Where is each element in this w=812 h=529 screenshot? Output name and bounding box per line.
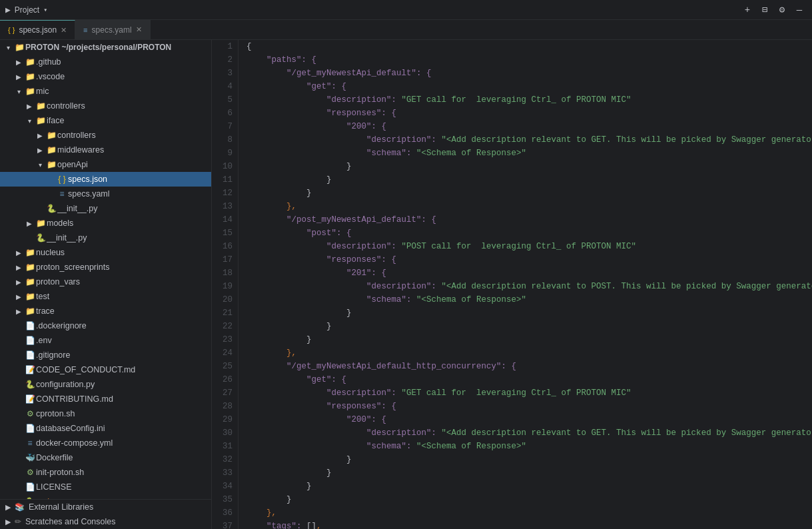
tree-item-init-py1[interactable]: 🐍 __init__.py <box>0 201 211 216</box>
tree-item-mic[interactable]: ▾ 📁 mic <box>0 84 211 99</box>
coc-label: CODE_OF_CONDUCT.md <box>36 365 206 374</box>
line-number: 5 <box>217 93 232 107</box>
tree-item-openapi[interactable]: ▾ 📁 openApi <box>0 157 211 172</box>
tab-specs-json[interactable]: { } specs.json ✕ <box>0 20 75 39</box>
code-line: "description": "GET call for leveraging … <box>246 93 812 107</box>
tree-item-dockerfile[interactable]: 🐳 Dockerfile <box>0 450 211 465</box>
code-line: "paths": { <box>246 53 812 67</box>
yaml-file-icon: ≡ <box>83 26 87 34</box>
tree-item-controllers2[interactable]: ▶ 📁 controllers <box>0 128 211 143</box>
tree-item-cproton[interactable]: ⚙ cproton.sh <box>0 406 211 421</box>
editor-content[interactable]: 1234567891011121314151617181920212223242… <box>212 40 812 529</box>
tree-item-vscode[interactable]: ▶ 📁 .vscode <box>0 69 211 84</box>
add-tab-button[interactable]: + <box>740 3 755 17</box>
code-line: "responses": { <box>246 253 812 266</box>
cproton-label: cproton.sh <box>36 409 206 418</box>
middlewares-arrow-icon: ▶ <box>35 147 45 154</box>
mic-label: mic <box>36 87 206 96</box>
gitignore-file-icon: 📄 <box>24 350 36 360</box>
tree-item-init-py2[interactable]: 🐍 __init__.py <box>0 231 211 245</box>
code-line: "description": "<Add description relevan… <box>246 426 812 440</box>
line-number: 23 <box>217 333 232 346</box>
tree-item-gitignore[interactable]: 📄 .gitignore <box>0 348 211 362</box>
license-file-icon: 📄 <box>24 482 36 492</box>
code-line: "tags": [], <box>246 520 812 529</box>
tree-item-proton-vars[interactable]: ▶ 📁 proton_vars <box>0 274 211 289</box>
external-libs-icon: ▶ <box>5 503 11 512</box>
init-py2-file-icon: 🐍 <box>35 233 47 243</box>
vscode-arrow-icon: ▶ <box>13 73 24 81</box>
env-label: .env <box>36 336 206 345</box>
tree-item-middlewares[interactable]: ▶ 📁 middlewares <box>0 143 211 157</box>
tree-item-init-proton[interactable]: ⚙ init-proton.sh <box>0 465 211 480</box>
root-label: PROTON ~/projects/personal/PROTON <box>25 43 206 52</box>
tree-item-specs-json[interactable]: { } specs.json <box>0 172 211 187</box>
tree-item-trace[interactable]: ▶ 📁 trace <box>0 304 211 318</box>
tree-item-nucleus[interactable]: ▶ 📁 nucleus <box>0 245 211 260</box>
line-number: 8 <box>217 133 232 147</box>
code-line: "post": { <box>246 227 812 240</box>
line-number: 3 <box>217 67 232 80</box>
dockerfile-file-icon: 🐳 <box>24 453 36 462</box>
tree-item-iface[interactable]: ▾ 📁 iface <box>0 113 211 128</box>
line-number: 13 <box>217 200 232 213</box>
contributing-label: CONTRIBUTING.md <box>36 394 206 404</box>
line-number: 7 <box>217 120 232 133</box>
tree-item-main-py[interactable]: 🐍 main.py <box>0 494 211 499</box>
openapi-label: openApi <box>57 160 206 169</box>
line-number: 30 <box>217 426 232 440</box>
split-button[interactable]: ⊟ <box>757 3 772 17</box>
tab-specs-yaml[interactable]: ≡ specs.yaml ✕ <box>75 20 150 39</box>
tree-item-env[interactable]: 📄 .env <box>0 333 211 348</box>
tree-item-github[interactable]: ▶ 📁 .github <box>0 55 211 69</box>
line-number: 28 <box>217 400 232 413</box>
init-py1-label: __init__.py <box>57 204 206 213</box>
trace-arrow-icon: ▶ <box>13 308 24 315</box>
env-file-icon: 📄 <box>24 336 36 345</box>
code-line: } <box>246 320 812 333</box>
line-number: 19 <box>217 280 232 293</box>
title-bar-dropdown-icon[interactable]: ▾ <box>43 6 47 14</box>
gitignore-label: .gitignore <box>36 350 206 360</box>
tree-item-coc[interactable]: 📝 CODE_OF_CONDUCT.md <box>0 362 211 377</box>
specs-yaml-file-label: specs.yaml <box>68 189 206 199</box>
tree-item-screenprints[interactable]: ▶ 📁 proton_screenprints <box>0 260 211 274</box>
tree-item-dbconfig[interactable]: 📄 databaseConfig.ini <box>0 421 211 436</box>
line-number: 17 <box>217 253 232 266</box>
code-line: }, <box>246 506 812 520</box>
settings-button[interactable]: ⚙ <box>775 3 789 17</box>
tree-item-models[interactable]: ▶ 📁 models <box>0 216 211 231</box>
line-number: 32 <box>217 453 232 466</box>
tree-item-configuration[interactable]: 🐍 configuration.py <box>0 377 211 392</box>
tree-item-test[interactable]: ▶ 📁 test <box>0 289 211 304</box>
line-number: 15 <box>217 227 232 240</box>
code-line: "schema": "<Schema of Response>" <box>246 440 812 453</box>
controllers1-folder-icon: 📁 <box>35 101 47 111</box>
sidebar: ▾ 📁 PROTON ~/projects/personal/PROTON ▶ … <box>0 40 212 529</box>
tree-root[interactable]: ▾ 📁 PROTON ~/projects/personal/PROTON <box>0 40 211 55</box>
code-line: "responses": { <box>246 400 812 413</box>
scratches-label: Scratches and Consoles <box>25 517 116 526</box>
models-folder-icon: 📁 <box>35 219 47 228</box>
tree-item-dockerignore[interactable]: 📄 .dockerignore <box>0 318 211 333</box>
test-label: test <box>36 292 206 301</box>
trace-folder-icon: 📁 <box>24 306 36 316</box>
tree-item-contributing[interactable]: 📝 CONTRIBUTING.md <box>0 392 211 406</box>
code-line: } <box>246 333 812 346</box>
tree-item-controllers1[interactable]: ▶ 📁 controllers <box>0 99 211 113</box>
docker-compose-label: docker-compose.yml <box>36 438 206 448</box>
tab-specs-yaml-close[interactable]: ✕ <box>136 25 142 34</box>
minimize-button[interactable]: — <box>792 3 807 17</box>
tree-item-specs-yaml[interactable]: ≡ specs.yaml <box>0 187 211 201</box>
tab-specs-json-close[interactable]: ✕ <box>61 26 67 35</box>
code-line: } <box>246 453 812 466</box>
iface-folder-icon: 📁 <box>35 116 47 125</box>
code-line: } <box>246 173 812 187</box>
code-line: "description": "<Add description relevan… <box>246 133 812 147</box>
tree-item-license[interactable]: 📄 LICENSE <box>0 480 211 494</box>
tree-item-docker-compose[interactable]: ≡ docker-compose.yml <box>0 436 211 450</box>
dockerignore-file-icon: 📄 <box>24 321 36 330</box>
scratches-item[interactable]: ▶ ✏ Scratches and Consoles <box>0 514 211 529</box>
code-line: "schema": "<Schema of Response>" <box>246 147 812 160</box>
external-libraries-item[interactable]: ▶ 📚 External Libraries <box>0 500 211 514</box>
